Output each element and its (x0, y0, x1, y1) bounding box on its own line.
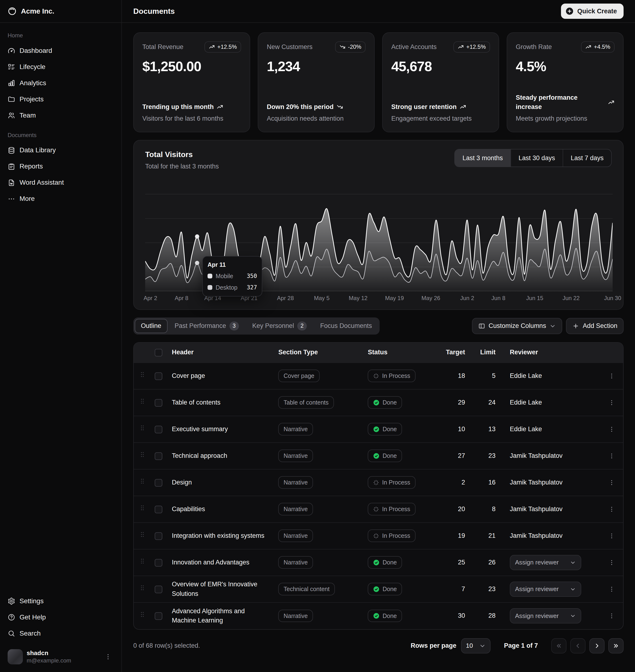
sidebar-item-lifecycle[interactable]: Lifecycle (4, 59, 117, 75)
row-header[interactable]: Technical approach (172, 452, 227, 459)
stat-label: Total Revenue (142, 41, 183, 52)
row-actions-button[interactable] (605, 449, 618, 463)
range-toggle-last-3-months[interactable]: Last 3 months (455, 150, 510, 166)
target-value[interactable]: 29 (442, 389, 476, 416)
sidebar-item-get-help[interactable]: Get Help (4, 609, 117, 625)
sidebar-item-more[interactable]: More (4, 191, 117, 207)
sidebar-item-dashboard[interactable]: Dashboard (4, 43, 117, 59)
row-actions-button[interactable] (605, 502, 618, 516)
row-header[interactable]: Integration with existing systems (172, 532, 264, 539)
target-value[interactable]: 30 (442, 603, 476, 629)
limit-value[interactable]: 23 (476, 576, 506, 603)
row-checkbox[interactable] (155, 399, 162, 407)
chart-area[interactable]: Apr 2Apr 8Apr 14Apr 21Apr 28May 5May 12M… (145, 178, 612, 304)
row-actions-button[interactable] (605, 476, 618, 489)
target-value[interactable]: 7 (442, 576, 476, 603)
drag-handle[interactable] (139, 504, 146, 511)
customize-columns-button[interactable]: Customize Columns (472, 318, 563, 334)
row-actions-button[interactable] (605, 556, 618, 569)
sidebar-item-projects[interactable]: Projects (4, 91, 117, 107)
row-checkbox[interactable] (155, 612, 162, 620)
drag-handle[interactable] (139, 424, 146, 431)
target-value[interactable]: 27 (442, 443, 476, 469)
target-value[interactable]: 20 (442, 496, 476, 522)
row-actions-button[interactable] (605, 423, 618, 436)
brand[interactable]: Acme Inc. (0, 0, 122, 23)
main: Documents Quick Create Total Revenue +12… (122, 0, 635, 672)
trend-badge: +12.5% (453, 41, 490, 52)
sidebar-item-search[interactable]: Search (4, 625, 117, 642)
drag-handle[interactable] (139, 531, 146, 538)
tooltip-series-value: 327 (247, 284, 257, 292)
row-checkbox[interactable] (155, 479, 162, 487)
sidebar-item-team[interactable]: Team (4, 107, 117, 124)
sidebar-item-data-library[interactable]: Data Library (4, 142, 117, 158)
target-value[interactable]: 10 (442, 416, 476, 443)
range-toggle-last-7-days[interactable]: Last 7 days (563, 150, 611, 166)
limit-value[interactable]: 26 (476, 549, 506, 576)
limit-value[interactable]: 16 (476, 469, 506, 496)
row-actions-button[interactable] (605, 529, 618, 542)
range-toggle-last-30-days[interactable]: Last 30 days (510, 150, 563, 166)
drag-handle[interactable] (139, 451, 146, 458)
sidebar-item-settings[interactable]: Settings (4, 593, 117, 609)
reviewer-name: Eddie Lake (510, 372, 542, 379)
limit-value[interactable]: 28 (476, 603, 506, 629)
user-menu-button[interactable] (102, 651, 114, 663)
assign-reviewer-select[interactable]: Assign reviewer (510, 555, 581, 570)
row-header[interactable]: Overview of EMR's Innovative Solutions (172, 581, 257, 597)
row-actions-button[interactable] (605, 369, 618, 383)
sidebar-item-word-assistant[interactable]: Word Assistant (4, 175, 117, 191)
row-checkbox[interactable] (155, 373, 162, 380)
row-header[interactable]: Executive summary (172, 425, 228, 433)
drag-handle[interactable] (139, 611, 146, 618)
target-value[interactable]: 25 (442, 549, 476, 576)
sidebar-item-analytics[interactable]: Analytics (4, 75, 117, 91)
tab-past-performance[interactable]: Past Performance 3 (169, 319, 245, 333)
drag-handle[interactable] (139, 371, 146, 378)
row-actions-button[interactable] (605, 396, 618, 409)
user-menu[interactable]: shadcn m@example.com (4, 646, 117, 667)
row-checkbox[interactable] (155, 506, 162, 513)
last-page-button[interactable] (608, 638, 623, 653)
previous-page-button[interactable] (570, 638, 586, 653)
row-checkbox[interactable] (155, 586, 162, 593)
tab-key-personnel[interactable]: Key Personnel 2 (246, 319, 313, 333)
limit-value[interactable]: 21 (476, 522, 506, 549)
row-header[interactable]: Advanced Algorithms and Machine Learning (172, 607, 245, 624)
target-value[interactable]: 2 (442, 469, 476, 496)
rows-per-page-select[interactable]: 10 (461, 638, 490, 653)
row-header[interactable]: Design (172, 479, 192, 486)
drag-handle[interactable] (139, 584, 146, 591)
assign-reviewer-select[interactable]: Assign reviewer (510, 582, 581, 597)
target-value[interactable]: 19 (442, 522, 476, 549)
row-checkbox[interactable] (155, 532, 162, 540)
limit-value[interactable]: 24 (476, 389, 506, 416)
row-header[interactable]: Table of contents (172, 399, 220, 406)
next-page-button[interactable] (589, 638, 605, 653)
row-checkbox[interactable] (155, 426, 162, 433)
limit-value[interactable]: 13 (476, 416, 506, 443)
row-header[interactable]: Capabilities (172, 506, 205, 513)
row-checkbox[interactable] (155, 559, 162, 566)
tab-outline[interactable]: Outline (135, 319, 168, 333)
quick-create-button[interactable]: Quick Create (561, 4, 623, 19)
row-actions-button[interactable] (605, 609, 618, 623)
row-header[interactable]: Innovation and Advantages (172, 559, 249, 566)
row-actions-button[interactable] (605, 583, 618, 596)
add-section-button[interactable]: Add Section (566, 318, 623, 334)
sidebar-item-reports[interactable]: Reports (4, 158, 117, 175)
select-all-checkbox[interactable] (155, 349, 162, 356)
tab-focus-documents[interactable]: Focus Documents (314, 319, 378, 333)
drag-handle[interactable] (139, 558, 146, 565)
limit-value[interactable]: 5 (476, 363, 506, 389)
drag-handle[interactable] (139, 398, 146, 405)
first-page-button[interactable] (551, 638, 566, 653)
target-value[interactable]: 18 (442, 363, 476, 389)
limit-value[interactable]: 23 (476, 443, 506, 469)
assign-reviewer-select[interactable]: Assign reviewer (510, 608, 581, 624)
row-checkbox[interactable] (155, 452, 162, 460)
row-header[interactable]: Cover page (172, 372, 205, 379)
drag-handle[interactable] (139, 477, 146, 485)
limit-value[interactable]: 8 (476, 496, 506, 522)
